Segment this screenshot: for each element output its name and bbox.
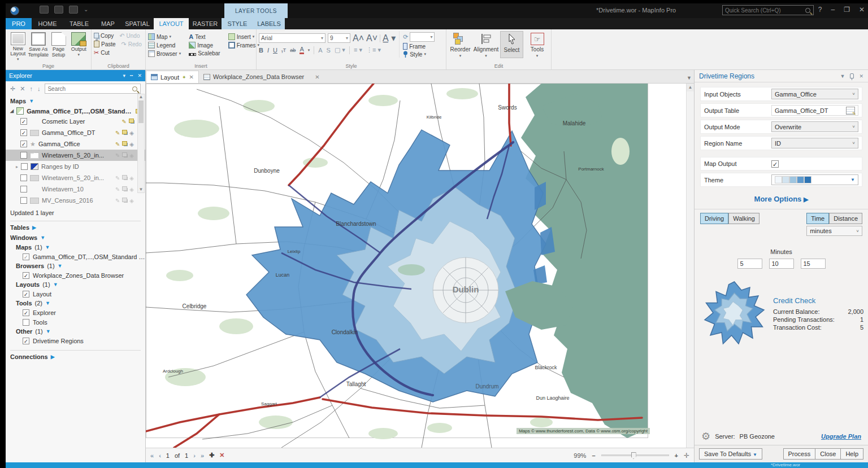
window-checkbox[interactable]	[23, 319, 29, 326]
shrink-font-button[interactable]: A˅	[366, 33, 377, 43]
tab-layout-document[interactable]: Layout ✦ ✕	[146, 71, 199, 83]
layer-row-winetavern-selected[interactable]: Winetavern_5_20_in... ✎◈	[6, 150, 145, 161]
layer-row-ranges[interactable]: ▸ Ranges by ID	[6, 161, 145, 172]
explorer-pin-icon[interactable]: ▾	[123, 73, 126, 78]
new-layout-button[interactable]: New Layout▾	[8, 31, 28, 62]
upgrade-plan-link[interactable]: Upgrade Plan	[821, 433, 861, 440]
driving-button[interactable]: Driving	[700, 213, 728, 224]
explorer-search-icon[interactable]	[132, 86, 137, 91]
windows-layouts-header[interactable]: Layouts(1)▼	[6, 280, 145, 289]
minutes-input-1[interactable]	[737, 259, 762, 269]
zoom-layering-icon[interactable]	[122, 130, 127, 134]
align-button[interactable]: ≡ ▾	[354, 46, 362, 54]
layer-checkbox[interactable]: ✓	[20, 141, 27, 147]
last-page-icon[interactable]: »	[201, 452, 204, 459]
distance-button[interactable]: Distance	[829, 213, 862, 224]
walking-button[interactable]: Walking	[728, 213, 760, 224]
underline-button[interactable]: U	[273, 47, 277, 54]
window-item-layout[interactable]: ✓Layout	[6, 289, 145, 299]
zoom-out-icon[interactable]: –	[592, 452, 595, 459]
edit-style-icon[interactable]: ✎	[115, 186, 120, 193]
grow-font-button[interactable]: A˄	[353, 33, 364, 43]
text-style-button[interactable]: A̲ ▾	[383, 33, 396, 43]
insert-scalebar-button[interactable]: Scalebar	[189, 50, 220, 56]
window-item-drivetime[interactable]: ✓Drivetime Regions	[6, 336, 145, 345]
paste-button[interactable]: Paste	[94, 41, 116, 47]
tab-close-icon[interactable]: ✕	[315, 74, 319, 80]
maps-section-header[interactable]: Maps▼	[6, 96, 145, 106]
layer-down-icon[interactable]: ↓	[37, 85, 41, 92]
qat-open-icon[interactable]	[54, 6, 63, 14]
explorer-close-icon[interactable]: ✕	[137, 73, 142, 78]
windows-section-header[interactable]: Windows▼	[6, 233, 145, 243]
qat-print-icon[interactable]	[69, 6, 78, 14]
search-icon[interactable]	[805, 8, 810, 13]
labels-icon[interactable]: ◈	[129, 186, 134, 193]
insert-map-button[interactable]: Map▾	[148, 33, 181, 40]
output-mode-select[interactable]: Overwrite˅	[771, 121, 858, 132]
cut-button[interactable]: ✂Cut	[94, 49, 110, 56]
delete-page-icon[interactable]: ✕	[219, 452, 224, 459]
help-button-panel[interactable]: Help	[841, 448, 863, 460]
add-page-icon[interactable]: ✚	[209, 452, 214, 459]
region-name-select[interactable]: ID˅	[771, 138, 858, 148]
page-setup-button[interactable]: Page Setup	[49, 31, 69, 62]
qat-customize-icon[interactable]: ⌄	[84, 6, 88, 14]
windows-other-header[interactable]: Other(1)▼	[6, 327, 145, 336]
undo-button[interactable]: ↶Undo	[119, 32, 140, 39]
windows-tools-header[interactable]: Tools(2)▼	[6, 299, 145, 308]
unit-select[interactable]: minutes˅	[806, 226, 862, 236]
labels-icon[interactable]: ◈	[129, 152, 134, 159]
zoom-layering-icon[interactable]	[129, 119, 134, 123]
layer-row-gamma-office-dt[interactable]: ✓ Gamma_Office_DT ✎◈	[6, 127, 145, 138]
zoom-layering-icon[interactable]	[122, 198, 127, 202]
tab-table[interactable]: TABLE	[63, 18, 95, 29]
tab-close-icon[interactable]: ✕	[189, 74, 194, 80]
prev-page-icon[interactable]: ‹	[159, 452, 161, 459]
tab-home[interactable]: HOME	[32, 18, 63, 29]
zoom-slider-thumb[interactable]	[631, 452, 636, 459]
tables-section-header[interactable]: Tables▶	[6, 222, 145, 233]
help-button[interactable]: ?	[818, 6, 822, 14]
tab-spatial[interactable]: SPATIAL	[121, 18, 154, 29]
layer-checkbox[interactable]	[20, 174, 27, 181]
window-checkbox[interactable]: ✓	[23, 272, 29, 279]
zoom-in-icon[interactable]: +	[675, 452, 678, 459]
connections-section-header[interactable]: Connections▶	[6, 352, 145, 362]
dublin-drivetime-map[interactable]: Swords Malahide Portmarnock Kilbride Dun…	[146, 84, 683, 448]
quick-search-box[interactable]	[722, 5, 814, 15]
remove-layer-icon[interactable]: ✕	[20, 85, 25, 93]
insert-frames-button[interactable]: Frames▾	[228, 42, 259, 49]
explorer-search-box[interactable]	[45, 84, 141, 94]
font-color-button[interactable]: A	[300, 46, 303, 54]
layer-row-cosmetic[interactable]: ✓ Cosmetic Layer ✎	[6, 116, 145, 127]
insert-image-button[interactable]: Image	[189, 42, 220, 49]
rotation-select[interactable]: ▾	[410, 32, 435, 42]
list-button[interactable]: ⋮≡ ▾	[366, 46, 381, 54]
close-button[interactable]: ✕	[859, 6, 865, 14]
edit-style-icon[interactable]: ✎	[115, 141, 120, 147]
window-item-browser[interactable]: ✓Workplace_Zones_Data Browser	[6, 270, 145, 280]
table-picker-icon[interactable]	[846, 107, 855, 115]
restore-button[interactable]: ❐	[844, 6, 850, 14]
window-checkbox[interactable]: ✓	[23, 338, 29, 344]
output-table-input[interactable]: Gamma_Office_DT	[771, 105, 858, 116]
first-page-icon[interactable]: «	[150, 452, 154, 459]
scroll-up-icon[interactable]: ▲	[687, 84, 694, 91]
tab-map[interactable]: MAP	[95, 18, 121, 29]
window-item-map[interactable]: ✓Gamma_Office_DT,...,OSM_Standard Map	[6, 252, 145, 261]
next-page-icon[interactable]: ›	[193, 452, 196, 459]
panel-menu-icon[interactable]: ▼	[840, 73, 845, 79]
fill-button[interactable]: S	[327, 47, 331, 54]
window-checkbox[interactable]: ✓	[23, 291, 29, 298]
layer-checkbox[interactable]: ✓	[20, 129, 27, 136]
edit-style-icon[interactable]: ✎	[115, 152, 120, 159]
close-panel-button[interactable]: Close	[815, 448, 841, 460]
bold-button[interactable]: B	[259, 47, 263, 54]
output-button[interactable]: Output▾	[68, 31, 89, 62]
zoom-layering-icon[interactable]	[122, 152, 127, 157]
tab-raster[interactable]: RASTER	[189, 18, 222, 29]
move-layer-icon[interactable]: ✛	[10, 85, 15, 93]
panel-pin-icon[interactable]	[850, 73, 854, 78]
halo-button[interactable]: A	[318, 47, 322, 54]
